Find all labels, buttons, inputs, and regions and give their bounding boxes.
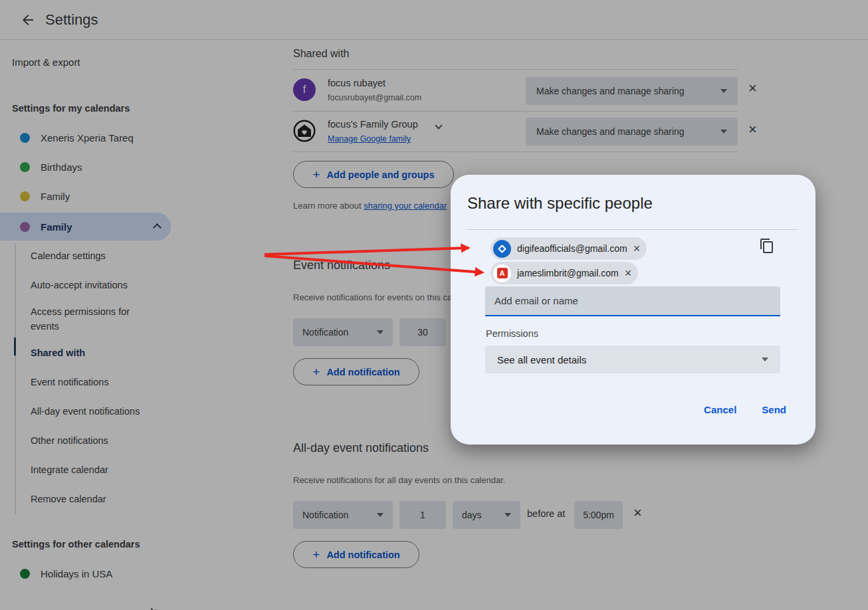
share-dialog: Share with specific people digifeaoffici… (451, 175, 815, 445)
settings-screen: Settings Import & export Settings for my… (0, 0, 868, 610)
red-a-logo-icon: A (493, 264, 511, 282)
send-button[interactable]: Send (762, 404, 786, 415)
permissions-label: Permissions (486, 328, 538, 339)
chip-email-text: digifeaofficials@gmail.com (517, 243, 627, 254)
remove-chip-icon[interactable]: × (625, 268, 632, 278)
add-email-input[interactable] (485, 286, 780, 316)
chip-email-text: jameslimbrit@gmail.com (517, 268, 619, 278)
logo-letter: A (497, 268, 508, 278)
blue-diamond-logo-icon (493, 240, 511, 258)
caret-down-icon (762, 357, 768, 361)
permissions-value: See all event details (497, 354, 586, 365)
permissions-dropdown[interactable]: See all event details (485, 346, 780, 373)
dialog-divider (467, 229, 798, 230)
remove-chip-icon[interactable]: × (633, 243, 641, 254)
cancel-button[interactable]: Cancel (704, 404, 736, 415)
dialog-title: Share with specific people (467, 194, 653, 213)
email-chip[interactable]: digifeaofficials@gmail.com × (490, 237, 647, 260)
dialog-actions: Cancel Send (704, 404, 786, 415)
email-chip[interactable]: A jameslimbrit@gmail.com × (490, 262, 638, 284)
copy-icon[interactable] (759, 238, 775, 256)
